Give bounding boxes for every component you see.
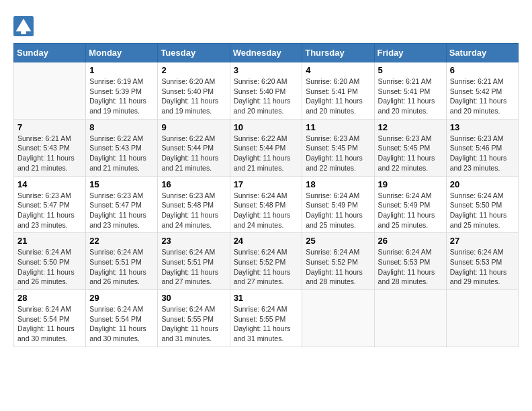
day-info: Sunrise: 6:20 AM Sunset: 5:41 PM Dayligh… — [306, 77, 370, 116]
day-info: Sunrise: 6:24 AM Sunset: 5:54 PM Dayligh… — [89, 304, 154, 344]
calendar-cell: 30Sunrise: 6:24 AM Sunset: 5:55 PM Dayli… — [158, 290, 230, 347]
calendar-cell: 23Sunrise: 6:24 AM Sunset: 5:51 PM Dayli… — [158, 233, 230, 290]
calendar-cell: 4Sunrise: 6:20 AM Sunset: 5:41 PM Daylig… — [302, 62, 374, 120]
day-info: Sunrise: 6:22 AM Sunset: 5:43 PM Dayligh… — [89, 134, 154, 173]
day-number: 8 — [89, 122, 154, 132]
day-info: Sunrise: 6:24 AM Sunset: 5:51 PM Dayligh… — [89, 247, 154, 287]
calendar-cell: 1Sunrise: 6:19 AM Sunset: 5:39 PM Daylig… — [86, 62, 158, 120]
calendar-cell: 11Sunrise: 6:23 AM Sunset: 5:45 PM Dayli… — [302, 119, 374, 176]
day-number: 31 — [234, 293, 299, 303]
day-number: 2 — [161, 65, 226, 75]
weekday-header: Thursday — [302, 44, 374, 62]
day-info: Sunrise: 6:23 AM Sunset: 5:45 PM Dayligh… — [306, 134, 370, 173]
day-info: Sunrise: 6:24 AM Sunset: 5:55 PM Dayligh… — [161, 304, 226, 344]
calendar-cell: 7Sunrise: 6:21 AM Sunset: 5:43 PM Daylig… — [14, 119, 86, 176]
day-number: 7 — [17, 122, 82, 132]
day-info: Sunrise: 6:20 AM Sunset: 5:40 PM Dayligh… — [161, 77, 226, 116]
day-info: Sunrise: 6:21 AM Sunset: 5:43 PM Dayligh… — [17, 134, 82, 173]
day-info: Sunrise: 6:21 AM Sunset: 5:42 PM Dayligh… — [450, 77, 515, 116]
calendar-week-row: 28Sunrise: 6:24 AM Sunset: 5:54 PM Dayli… — [14, 290, 519, 347]
day-info: Sunrise: 6:23 AM Sunset: 5:48 PM Dayligh… — [161, 191, 226, 230]
day-info: Sunrise: 6:19 AM Sunset: 5:39 PM Dayligh… — [89, 77, 154, 116]
calendar-cell: 31Sunrise: 6:24 AM Sunset: 5:55 PM Dayli… — [230, 290, 302, 347]
calendar-cell: 27Sunrise: 6:24 AM Sunset: 5:53 PM Dayli… — [446, 233, 518, 290]
svg-rect-2 — [21, 30, 26, 34]
calendar-week-row: 7Sunrise: 6:21 AM Sunset: 5:43 PM Daylig… — [14, 119, 519, 176]
day-number: 30 — [161, 293, 226, 303]
day-number: 24 — [234, 236, 299, 246]
day-info: Sunrise: 6:20 AM Sunset: 5:40 PM Dayligh… — [234, 77, 299, 116]
day-info: Sunrise: 6:24 AM Sunset: 5:54 PM Dayligh… — [17, 304, 82, 344]
day-number: 28 — [17, 293, 82, 303]
day-info: Sunrise: 6:24 AM Sunset: 5:50 PM Dayligh… — [17, 247, 82, 287]
day-info: Sunrise: 6:24 AM Sunset: 5:50 PM Dayligh… — [450, 191, 515, 230]
calendar-cell: 24Sunrise: 6:24 AM Sunset: 5:52 PM Dayli… — [230, 233, 302, 290]
day-number: 9 — [161, 122, 226, 132]
calendar-cell: 17Sunrise: 6:24 AM Sunset: 5:48 PM Dayli… — [230, 176, 302, 233]
day-info: Sunrise: 6:23 AM Sunset: 5:46 PM Dayligh… — [450, 134, 515, 173]
calendar-cell: 9Sunrise: 6:22 AM Sunset: 5:44 PM Daylig… — [158, 119, 230, 176]
day-info: Sunrise: 6:23 AM Sunset: 5:45 PM Dayligh… — [378, 134, 443, 173]
day-info: Sunrise: 6:24 AM Sunset: 5:52 PM Dayligh… — [234, 247, 299, 287]
day-number: 26 — [378, 236, 443, 246]
day-number: 16 — [161, 179, 226, 189]
day-number: 4 — [306, 65, 370, 75]
calendar-week-row: 21Sunrise: 6:24 AM Sunset: 5:50 PM Dayli… — [14, 233, 519, 290]
day-info: Sunrise: 6:24 AM Sunset: 5:52 PM Dayligh… — [306, 247, 370, 287]
calendar-cell: 26Sunrise: 6:24 AM Sunset: 5:53 PM Dayli… — [374, 233, 446, 290]
day-number: 18 — [306, 179, 370, 189]
calendar-cell: 25Sunrise: 6:24 AM Sunset: 5:52 PM Dayli… — [302, 233, 374, 290]
day-info: Sunrise: 6:22 AM Sunset: 5:44 PM Dayligh… — [234, 134, 299, 173]
calendar-cell: 8Sunrise: 6:22 AM Sunset: 5:43 PM Daylig… — [86, 119, 158, 176]
weekday-header: Tuesday — [158, 44, 230, 62]
day-number: 25 — [306, 236, 370, 246]
calendar-table: SundayMondayTuesdayWednesdayThursdayFrid… — [13, 43, 519, 347]
weekday-header: Wednesday — [230, 44, 302, 62]
day-number: 12 — [378, 122, 443, 132]
calendar-cell — [446, 290, 518, 347]
day-info: Sunrise: 6:24 AM Sunset: 5:53 PM Dayligh… — [450, 247, 515, 287]
calendar-week-row: 14Sunrise: 6:23 AM Sunset: 5:47 PM Dayli… — [14, 176, 519, 233]
calendar-cell: 29Sunrise: 6:24 AM Sunset: 5:54 PM Dayli… — [86, 290, 158, 347]
weekday-header: Sunday — [14, 44, 86, 62]
calendar-cell: 5Sunrise: 6:21 AM Sunset: 5:41 PM Daylig… — [374, 62, 446, 120]
calendar-cell: 19Sunrise: 6:24 AM Sunset: 5:49 PM Dayli… — [374, 176, 446, 233]
day-number: 21 — [17, 236, 82, 246]
day-number: 19 — [378, 179, 443, 189]
day-info: Sunrise: 6:24 AM Sunset: 5:55 PM Dayligh… — [234, 304, 299, 344]
logo — [13, 13, 36, 36]
day-number: 13 — [450, 122, 515, 132]
day-number: 5 — [378, 65, 443, 75]
calendar-cell — [302, 290, 374, 347]
calendar-cell: 12Sunrise: 6:23 AM Sunset: 5:45 PM Dayli… — [374, 119, 446, 176]
day-number: 23 — [161, 236, 226, 246]
calendar-cell: 16Sunrise: 6:23 AM Sunset: 5:48 PM Dayli… — [158, 176, 230, 233]
day-info: Sunrise: 6:21 AM Sunset: 5:41 PM Dayligh… — [378, 77, 443, 116]
page-header — [13, 13, 519, 36]
calendar-cell: 2Sunrise: 6:20 AM Sunset: 5:40 PM Daylig… — [158, 62, 230, 120]
day-number: 6 — [450, 65, 515, 75]
calendar-cell: 6Sunrise: 6:21 AM Sunset: 5:42 PM Daylig… — [446, 62, 518, 120]
day-number: 10 — [234, 122, 299, 132]
day-number: 27 — [450, 236, 515, 246]
day-number: 3 — [234, 65, 299, 75]
calendar-cell: 10Sunrise: 6:22 AM Sunset: 5:44 PM Dayli… — [230, 119, 302, 176]
calendar-cell: 20Sunrise: 6:24 AM Sunset: 5:50 PM Dayli… — [446, 176, 518, 233]
calendar-cell — [374, 290, 446, 347]
calendar-cell: 13Sunrise: 6:23 AM Sunset: 5:46 PM Dayli… — [446, 119, 518, 176]
day-number: 15 — [89, 179, 154, 189]
calendar-cell: 22Sunrise: 6:24 AM Sunset: 5:51 PM Dayli… — [86, 233, 158, 290]
calendar-cell: 14Sunrise: 6:23 AM Sunset: 5:47 PM Dayli… — [14, 176, 86, 233]
calendar-cell: 21Sunrise: 6:24 AM Sunset: 5:50 PM Dayli… — [14, 233, 86, 290]
day-number: 14 — [17, 179, 82, 189]
day-number: 22 — [89, 236, 154, 246]
calendar-cell: 15Sunrise: 6:23 AM Sunset: 5:47 PM Dayli… — [86, 176, 158, 233]
day-number: 17 — [234, 179, 299, 189]
calendar-header: SundayMondayTuesdayWednesdayThursdayFrid… — [14, 44, 519, 62]
day-info: Sunrise: 6:24 AM Sunset: 5:49 PM Dayligh… — [306, 191, 370, 230]
calendar-cell: 3Sunrise: 6:20 AM Sunset: 5:40 PM Daylig… — [230, 62, 302, 120]
logo-icon — [13, 16, 34, 36]
day-info: Sunrise: 6:23 AM Sunset: 5:47 PM Dayligh… — [89, 191, 154, 230]
calendar-cell: 18Sunrise: 6:24 AM Sunset: 5:49 PM Dayli… — [302, 176, 374, 233]
day-number: 1 — [89, 65, 154, 75]
